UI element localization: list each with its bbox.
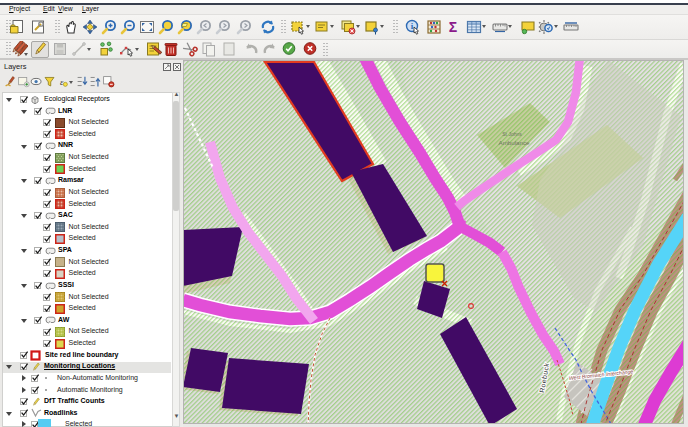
svg-text:Ambulance: Ambulance — [499, 139, 531, 146]
svg-text:St Johns: St Johns — [502, 131, 522, 137]
svg-text:Σ: Σ — [449, 19, 457, 35]
